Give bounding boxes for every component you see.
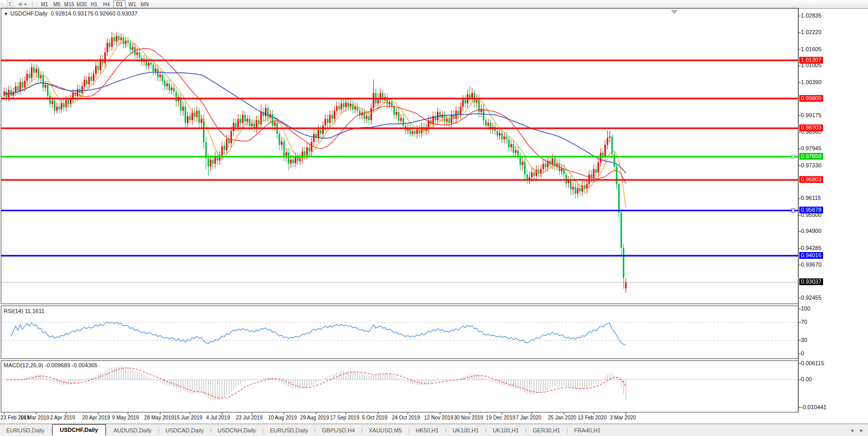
line-price-label: 0.94016: [799, 252, 823, 259]
mt4-window: ⁞ T ✥ ▼ ⁞ M1M5M15M30H1H4D1W1MN ▼USDCHF,D…: [0, 0, 868, 436]
date-tick-label: 2 Apr 2019: [50, 415, 75, 421]
price-tick-label: 0.97330: [801, 162, 822, 169]
line-price-label: 0.99800: [799, 95, 823, 102]
date-tick-label: 30 Nov 2019: [454, 415, 483, 421]
date-tick-label: 15 Jun 2019: [174, 415, 202, 421]
date-tick-label: 20 Apr 2019: [82, 415, 110, 421]
chart-symbol: USDCHF,Daily: [10, 10, 48, 17]
date-tick-label: 13 Feb 2020: [578, 415, 607, 421]
price-tick-label: 1.01605: [801, 46, 822, 53]
line-price-label: 0.95678: [799, 207, 823, 213]
price-tick-label: 1.02220: [801, 29, 822, 36]
collapse-chart-icon[interactable]: ▼: [4, 11, 8, 17]
line-price-label: 0.98703: [799, 124, 823, 131]
rsi-pane[interactable]: [1, 306, 798, 359]
date-tick-label: 14 Mar 2019: [20, 415, 49, 421]
line-price-label: 0.96803: [799, 176, 823, 183]
price-tick-label: 0.96115: [801, 195, 821, 201]
price-tick-label: 0.92455: [801, 294, 822, 301]
current-price-label: 0.93037: [799, 278, 823, 285]
macd-tick-label: -0.010441: [801, 404, 827, 411]
date-tick-label: 10 Aug 2019: [268, 415, 297, 421]
date-tick-label: 19 Dec 2019: [486, 415, 515, 421]
macd-tick-label: 0.00: [801, 376, 812, 383]
rsi-tick-label: 0: [801, 350, 804, 357]
main-chart-pane[interactable]: [1, 8, 798, 304]
date-tick-label: 4 Jul 2019: [206, 415, 230, 421]
rsi-tick-label: 100: [801, 305, 810, 312]
macd-label: MACD(12,26,9) -0.009689 -0.004365: [4, 362, 98, 368]
chart-title: ▼USDCHF,Daily 0.92814 0.93175 0.92660 0.…: [4, 10, 137, 17]
price-tick-label: 1.00390: [801, 79, 822, 86]
date-tick-label: 24 Oct 2019: [392, 415, 420, 421]
chart-ohlc-values: 0.92814 0.93175 0.92660 0.93037: [51, 10, 137, 17]
price-tick-label: 0.97945: [801, 145, 822, 152]
price-tick-label: 0.99175: [801, 112, 822, 119]
date-tick-label: 17 Sep 2019: [330, 415, 359, 421]
price-tick-label: 0.94285: [801, 245, 822, 252]
date-tick-label: 25 Jan 2020: [548, 415, 576, 421]
date-tick-label: 3 Mar 2020: [610, 415, 636, 421]
date-tick-label: 23 Jul 2019: [236, 415, 263, 421]
line-price-label: 0.97658: [799, 153, 823, 160]
price-tick-label: 0.93670: [801, 261, 822, 268]
date-tick-label: 7 Jan 2020: [516, 415, 542, 421]
date-tick-label: 28 May 2019: [144, 415, 174, 421]
rsi-tick-label: 70: [801, 319, 807, 325]
macd-tick-label: 0.006115: [801, 360, 824, 367]
line-price-label: 1.01207: [799, 57, 823, 64]
date-tick-label: 9 May 2019: [112, 415, 139, 421]
rsi-label: RSI(14) 11.1611: [4, 308, 44, 314]
price-tick-label: 1.02835: [801, 12, 822, 19]
price-tick-label: 0.94900: [801, 228, 822, 235]
date-tick-label: 29 Aug 2019: [300, 415, 329, 421]
rsi-tick-label: 30: [801, 337, 807, 344]
macd-pane[interactable]: [1, 361, 798, 412]
date-tick-label: 12 Nov 2019: [424, 415, 453, 421]
date-tick-label: 5 Oct 2019: [362, 415, 387, 421]
